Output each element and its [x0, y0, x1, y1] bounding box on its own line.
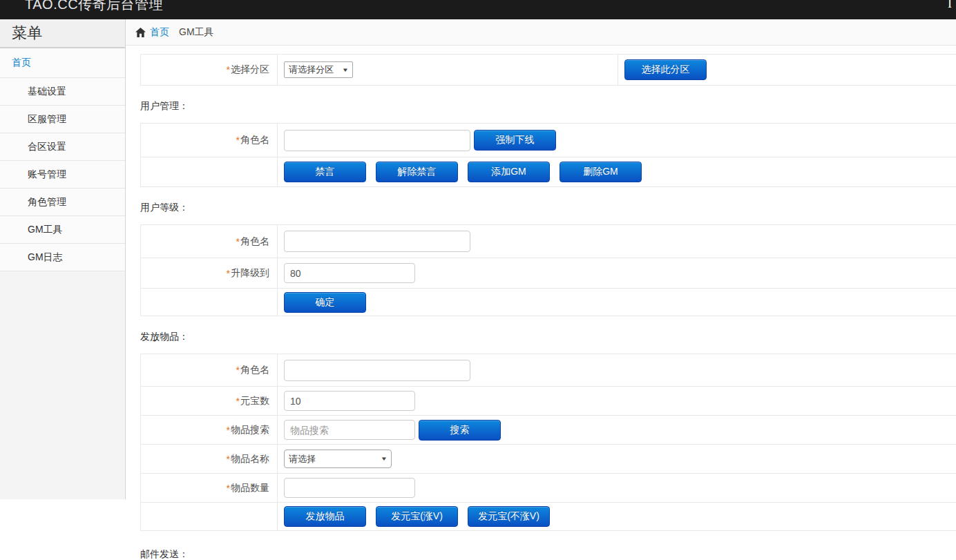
main-area: 首页 GM工具 * 选择分区 请选择分区 ▼	[126, 19, 956, 560]
partition-select-value: 请选择分区	[289, 64, 334, 76]
mute-button[interactable]: 禁言	[284, 162, 366, 182]
user-level-heading: 用户等级：	[140, 202, 956, 214]
required-star: *	[236, 236, 240, 247]
app-title: TAO.CC传奇后台管理	[25, 0, 163, 14]
empty-label-cell	[141, 503, 278, 530]
sidebar-item-role-manage[interactable]: 角色管理	[0, 189, 125, 216]
level-to-label: * 升降级到	[141, 258, 278, 288]
required-star: *	[227, 483, 230, 494]
role-name-label: * 角色名	[141, 225, 278, 258]
page-content: * 选择分区 请选择分区 ▼ 选择此分区 用户管理：	[126, 46, 956, 560]
sidebar: 菜单 首页 基础设置 区服管理 合区设置 账号管理 角色管理 GM工具 GM日志	[0, 19, 126, 499]
give-items-heading: 发放物品：	[140, 331, 956, 343]
role-name-label: * 角色名	[141, 354, 278, 386]
empty-label-cell	[141, 157, 278, 186]
navbar-corner-glyph: I	[948, 0, 952, 11]
item-name-select-value: 请选择	[289, 453, 316, 465]
role-name-input[interactable]	[284, 130, 470, 151]
yuanbao-input[interactable]	[284, 391, 415, 411]
home-icon	[135, 28, 146, 37]
user-manage-table: * 角色名 强制下线 禁言 解除禁言 添加GM 删除GM	[140, 123, 956, 187]
breadcrumb: 首页 GM工具	[126, 19, 956, 46]
level-role-name-input[interactable]	[284, 231, 470, 252]
empty-label-cell	[141, 289, 278, 316]
sidebar-title: 菜单	[0, 19, 125, 48]
role-name-label: * 角色名	[141, 124, 278, 157]
give-items-table: * 角色名 * 元宝数	[140, 354, 956, 531]
confirm-button[interactable]: 确定	[284, 292, 366, 313]
item-qty-label: * 物品数量	[141, 474, 278, 502]
give-item-button[interactable]: 发放物品	[284, 506, 366, 527]
add-gm-button[interactable]: 添加GM	[468, 162, 550, 182]
sidebar-item-account-manage[interactable]: 账号管理	[0, 161, 125, 189]
choose-partition-button[interactable]: 选择此分区	[624, 59, 707, 80]
give-yuanbao-novip-button[interactable]: 发元宝(不涨V)	[468, 506, 550, 527]
required-star: *	[236, 365, 240, 376]
item-qty-input[interactable]	[284, 478, 415, 498]
force-offline-button[interactable]: 强制下线	[474, 130, 556, 151]
partition-label: * 选择分区	[141, 55, 278, 85]
required-star: *	[227, 64, 230, 75]
sidebar-menu: 首页 基础设置 区服管理 合区设置 账号管理 角色管理 GM工具 GM日志	[0, 48, 125, 271]
top-navbar: TAO.CC传奇后台管理 I	[0, 0, 956, 19]
sidebar-item-home[interactable]: 首页	[0, 48, 125, 78]
item-name-select[interactable]: 请选择 ▼	[284, 450, 392, 468]
required-star: *	[227, 454, 230, 465]
sidebar-item-basic-settings[interactable]: 基础设置	[0, 78, 125, 106]
mail-send-heading: 邮件发送：	[140, 548, 956, 560]
required-star: *	[227, 268, 230, 279]
search-button[interactable]: 搜索	[419, 420, 501, 441]
user-level-table: * 角色名 * 升降级到	[140, 224, 956, 316]
select-arrow-icon: ▼	[342, 67, 349, 73]
delete-gm-button[interactable]: 删除GM	[560, 162, 642, 182]
sidebar-item-merge-settings[interactable]: 合区设置	[0, 133, 125, 161]
breadcrumb-home-link[interactable]: 首页	[135, 26, 169, 39]
sidebar-item-gm-logs[interactable]: GM日志	[0, 244, 125, 271]
sidebar-item-gm-tools[interactable]: GM工具	[0, 216, 125, 244]
sidebar-item-server-manage[interactable]: 区服管理	[0, 106, 125, 133]
item-name-label: * 物品名称	[141, 445, 278, 473]
yuanbao-label: * 元宝数	[141, 387, 278, 415]
item-search-label: * 物品搜索	[141, 416, 278, 444]
unmute-button[interactable]: 解除禁言	[376, 162, 458, 182]
required-star: *	[236, 396, 240, 407]
partition-table: * 选择分区 请选择分区 ▼ 选择此分区	[140, 54, 956, 86]
select-arrow-icon: ▼	[381, 456, 388, 462]
user-manage-heading: 用户管理：	[140, 100, 956, 113]
required-star: *	[236, 135, 240, 146]
give-yuanbao-vip-button[interactable]: 发元宝(涨V)	[376, 506, 458, 527]
item-search-input[interactable]	[284, 420, 415, 440]
breadcrumb-current: GM工具	[179, 26, 214, 39]
partition-select[interactable]: 请选择分区 ▼	[284, 61, 353, 78]
breadcrumb-home-label: 首页	[150, 26, 169, 39]
required-star: *	[227, 425, 230, 436]
level-value-input[interactable]	[284, 263, 415, 283]
items-role-name-input[interactable]	[284, 360, 470, 381]
